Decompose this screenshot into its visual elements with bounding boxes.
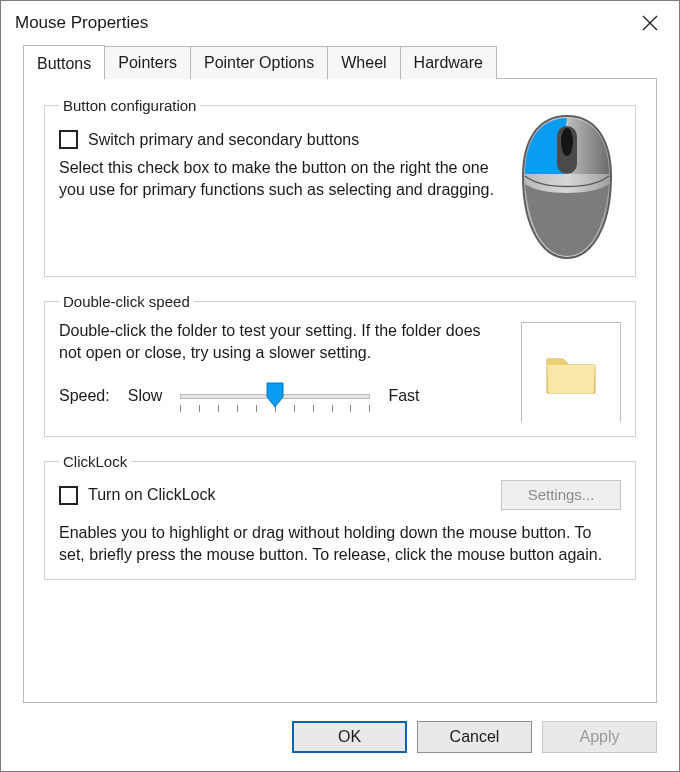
tab-label: Hardware xyxy=(414,54,483,71)
window-title: Mouse Properties xyxy=(15,13,148,33)
group-clicklock: ClickLock Turn on ClickLock Settings... … xyxy=(44,453,636,580)
double-click-speed-slider[interactable] xyxy=(180,381,370,411)
clicklock-description: Enables you to highlight or drag without… xyxy=(59,522,621,565)
tab-buttons[interactable]: Buttons xyxy=(23,45,105,79)
group-legend: ClickLock xyxy=(59,453,131,470)
svg-point-3 xyxy=(561,128,573,156)
mouse-properties-window: Mouse Properties Buttons Pointers Pointe… xyxy=(0,0,680,772)
tab-label: Buttons xyxy=(37,55,91,72)
switch-primary-secondary-row[interactable]: Switch primary and secondary buttons xyxy=(59,130,499,149)
slow-label: Slow xyxy=(128,387,163,405)
group-legend: Double-click speed xyxy=(59,293,194,310)
group-double-click-speed: Double-click speed Double-click the fold… xyxy=(44,293,636,437)
switch-primary-secondary-label: Switch primary and secondary buttons xyxy=(88,131,359,149)
group-button-configuration: Button configuration Switch primary and … xyxy=(44,97,636,277)
tab-label: Pointer Options xyxy=(204,54,314,71)
tab-label: Pointers xyxy=(118,54,177,71)
tab-panel-buttons: Button configuration Switch primary and … xyxy=(23,78,657,703)
speed-row: Speed: Slow xyxy=(59,381,507,411)
ok-button[interactable]: OK xyxy=(292,721,407,753)
folder-icon xyxy=(543,349,599,397)
titlebar: Mouse Properties xyxy=(1,1,679,45)
button-config-description: Select this check box to make the button… xyxy=(59,157,499,200)
clicklock-row[interactable]: Turn on ClickLock xyxy=(59,486,215,505)
clicklock-checkbox[interactable] xyxy=(59,486,78,505)
dialog-button-row: OK Cancel Apply xyxy=(1,721,679,771)
close-icon xyxy=(642,15,658,31)
mouse-illustration-icon xyxy=(513,112,621,262)
switch-primary-secondary-checkbox[interactable] xyxy=(59,130,78,149)
cancel-button[interactable]: Cancel xyxy=(417,721,532,753)
tab-pointers[interactable]: Pointers xyxy=(104,46,191,79)
tab-label: Wheel xyxy=(341,54,386,71)
clicklock-settings-button: Settings... xyxy=(501,480,621,510)
tab-pointer-options[interactable]: Pointer Options xyxy=(190,46,328,79)
slider-thumb-icon[interactable] xyxy=(266,382,284,411)
clicklock-label: Turn on ClickLock xyxy=(88,486,215,504)
double-click-test-area[interactable] xyxy=(521,322,621,422)
fast-label: Fast xyxy=(388,387,419,405)
double-click-description: Double-click the folder to test your set… xyxy=(59,320,507,363)
close-button[interactable] xyxy=(631,7,669,39)
apply-button: Apply xyxy=(542,721,657,753)
group-legend: Button configuration xyxy=(59,97,200,114)
speed-label: Speed: xyxy=(59,387,110,405)
tab-wheel[interactable]: Wheel xyxy=(327,46,400,79)
tabstrip: Buttons Pointers Pointer Options Wheel H… xyxy=(1,45,679,78)
tab-hardware[interactable]: Hardware xyxy=(400,46,497,79)
